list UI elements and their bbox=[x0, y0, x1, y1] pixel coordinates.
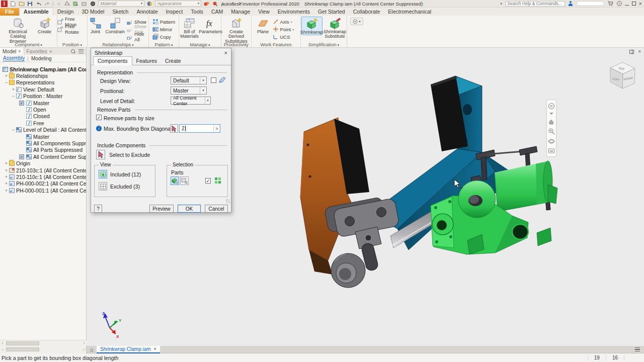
tab-manage[interactable]: Manage bbox=[227, 8, 254, 16]
select-parts-button[interactable] bbox=[171, 176, 179, 185]
cancel-button[interactable]: Cancel bbox=[205, 205, 228, 213]
clear-appearance-icon[interactable] bbox=[212, 1, 218, 7]
material-ball-icon[interactable] bbox=[90, 1, 96, 7]
tab-inspect[interactable]: Inspect bbox=[162, 8, 187, 16]
tree-item-ph-000-001[interactable]: PH-000-001:1 (All Content Center Suppres… bbox=[0, 187, 86, 194]
tree-item-position-master-active[interactable]: Master bbox=[0, 100, 86, 106]
browser-tab-favorites[interactable]: Favorites+ bbox=[24, 49, 55, 54]
expander-icon[interactable] bbox=[11, 87, 16, 92]
update-icon[interactable] bbox=[72, 1, 79, 7]
tree-root-assembly[interactable]: Shrinkwrap Clamp.iam (All Content Cente bbox=[0, 66, 86, 72]
dialog-title-bar[interactable]: Shrinkwrap × bbox=[91, 48, 231, 57]
bbox-input[interactable]: 2 > bbox=[179, 124, 220, 133]
work-features-group-label[interactable]: Work Features bbox=[252, 42, 300, 48]
tab-file[interactable]: File bbox=[0, 8, 19, 16]
tab-assemble[interactable]: Assemble bbox=[19, 8, 53, 16]
measure-icon[interactable] bbox=[81, 1, 88, 7]
appearance-ball-icon[interactable] bbox=[146, 1, 153, 7]
pattern-button[interactable]: Pattern bbox=[152, 18, 176, 25]
expander-icon[interactable] bbox=[11, 94, 16, 99]
free-rotate-button[interactable]: Free Rotate bbox=[57, 26, 87, 33]
plane-button[interactable]: Plane bbox=[255, 17, 272, 34]
tree-item-relationships[interactable]: Relationships bbox=[0, 72, 86, 79]
tab-view[interactable]: View bbox=[254, 8, 274, 16]
joint-button[interactable]: Joint bbox=[88, 17, 103, 34]
tab-design[interactable]: Design bbox=[53, 8, 78, 16]
scroll-left-icon[interactable]: ‹ bbox=[0, 341, 5, 345]
tree-item-lod-all-content-center[interactable]: All Content Center Suppressed bbox=[0, 153, 86, 160]
tree-item-lod-all-parts[interactable]: All Parts Suppressed bbox=[0, 147, 86, 153]
tree-item-origin[interactable]: Origin bbox=[0, 160, 86, 166]
undo-icon[interactable] bbox=[35, 1, 42, 7]
manage-group-label[interactable]: Manage bbox=[179, 42, 221, 48]
shrinkwrap-button[interactable]: Shrinkwrap bbox=[301, 17, 323, 35]
shrinkwrap-substitute-button[interactable]: Shrinkwrap Substitute bbox=[324, 17, 347, 39]
relationships-group-label[interactable]: Relationships bbox=[88, 42, 148, 48]
ok-button[interactable]: OK bbox=[178, 205, 201, 213]
expander-icon[interactable] bbox=[4, 188, 9, 193]
orbit-icon[interactable] bbox=[548, 138, 555, 145]
scroll-right-icon[interactable]: › bbox=[81, 347, 86, 352]
expander-icon[interactable] bbox=[4, 80, 9, 85]
browser-search-icon[interactable] bbox=[71, 49, 75, 54]
scroll-left-icon[interactable]: ‹ bbox=[0, 347, 5, 352]
subtab-modeling[interactable]: Modeling bbox=[31, 56, 52, 61]
mirror-button[interactable]: Mirror bbox=[152, 26, 176, 33]
expander-icon[interactable] bbox=[4, 161, 9, 166]
create-component-button[interactable]: Create bbox=[35, 17, 55, 34]
expander-icon[interactable] bbox=[4, 174, 9, 179]
parameters-button[interactable]: fx Parameters bbox=[201, 17, 221, 34]
tree-item-level-of-detail[interactable]: Level of Detail : All Content Center Sup… bbox=[0, 127, 86, 133]
design-view-associative-checkbox[interactable] bbox=[211, 77, 216, 83]
expander-icon[interactable] bbox=[4, 73, 9, 78]
select-bodies-button[interactable] bbox=[180, 176, 189, 185]
axis-button[interactable]: Axis▾ bbox=[273, 18, 298, 25]
copy-button[interactable]: Copy bbox=[152, 33, 176, 40]
sketch-view-icon[interactable] bbox=[64, 1, 70, 7]
minimize-button[interactable] bbox=[625, 2, 629, 6]
checkbox-checked-icon[interactable] bbox=[19, 101, 24, 106]
viewcube[interactable]: TOP LEFT FRONT bbox=[610, 62, 635, 88]
dialog-tab-features[interactable]: Features bbox=[132, 57, 161, 65]
tab-3d-model[interactable]: 3D Model bbox=[77, 8, 108, 16]
search-input[interactable] bbox=[506, 1, 565, 7]
home-view-icon[interactable]: ⌂ bbox=[55, 1, 62, 7]
ribbon-options-dropdown[interactable]: ▾ bbox=[350, 18, 363, 25]
productivity-group-label[interactable]: Productivity bbox=[221, 42, 251, 48]
dialog-tab-create[interactable]: Create bbox=[161, 57, 185, 65]
browser-tab-close-icon[interactable]: × bbox=[18, 49, 21, 54]
save-icon[interactable] bbox=[27, 1, 33, 7]
constrain-button[interactable]: Constrain bbox=[104, 17, 126, 34]
zoom-icon[interactable] bbox=[548, 128, 555, 135]
electrical-catalog-browser-button[interactable]: Electrical Catalog Browser bbox=[3, 17, 34, 44]
navigation-wheel-icon[interactable] bbox=[548, 103, 555, 110]
scroll-right-icon[interactable]: › bbox=[82, 341, 87, 345]
adjust-appearance-icon[interactable] bbox=[203, 1, 210, 7]
bill-of-materials-button[interactable]: Bill of Materials bbox=[180, 17, 200, 39]
browser-h-scrollbar[interactable]: ‹ › bbox=[0, 340, 87, 346]
tab-annotate[interactable]: Annotate bbox=[132, 8, 162, 16]
new-file-icon[interactable] bbox=[10, 1, 16, 7]
tab-cam[interactable]: CAM bbox=[207, 8, 227, 16]
tab-list-icon[interactable] bbox=[635, 347, 640, 351]
dialog-tab-components[interactable]: Components bbox=[93, 56, 132, 65]
dialog-help-button[interactable]: ? bbox=[94, 205, 102, 213]
restore-button[interactable] bbox=[632, 2, 636, 6]
tree-item-representations[interactable]: Representations bbox=[0, 79, 86, 86]
expander-icon[interactable] bbox=[4, 168, 9, 173]
ucs-button[interactable]: UCS bbox=[273, 33, 298, 40]
dialog-resize-grip[interactable] bbox=[226, 199, 230, 204]
account-icon[interactable] bbox=[568, 1, 573, 6]
included-toggle-button[interactable] bbox=[99, 170, 107, 178]
tab-tools[interactable]: Tools bbox=[187, 8, 207, 16]
design-view-edit-icon[interactable] bbox=[218, 76, 225, 84]
tab-environments[interactable]: Environments bbox=[274, 8, 314, 16]
pan-icon[interactable] bbox=[548, 118, 555, 125]
subtab-assembly[interactable]: Assembly bbox=[3, 55, 25, 61]
help-icon[interactable]: ? bbox=[617, 1, 622, 6]
tree-item-position-master[interactable]: Position : Master bbox=[0, 93, 86, 100]
preview-button[interactable]: Preview bbox=[149, 205, 174, 213]
cart-icon[interactable] bbox=[607, 1, 614, 7]
scroll-thumb[interactable] bbox=[6, 341, 39, 345]
component-group-label[interactable]: Component bbox=[0, 42, 57, 48]
